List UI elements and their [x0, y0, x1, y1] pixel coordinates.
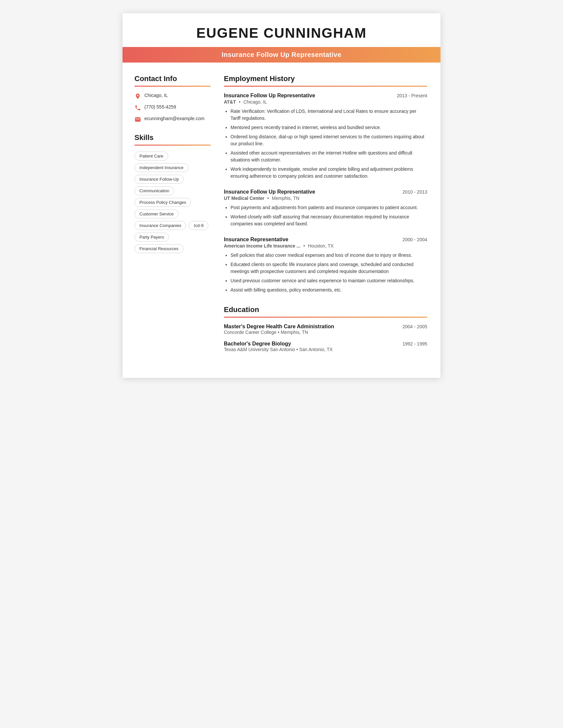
job-dates: 2010 - 2013 — [402, 189, 427, 195]
education-divider — [224, 317, 427, 318]
contact-section-title: Contact Info — [134, 74, 211, 83]
contact-location: Chicago, IL — [134, 93, 211, 100]
location-text: Chicago, IL — [144, 93, 168, 98]
skill-tag: Independent Insurance — [134, 163, 188, 172]
job-item: Insurance Follow Up Representative2010 -… — [224, 189, 427, 227]
job-position-title: Insurance Representative — [224, 237, 289, 243]
job-item: Insurance Representative2000 - 2004Ameri… — [224, 237, 427, 294]
job-meta: UT Medical Center • Memphis, TN — [224, 196, 427, 201]
skill-tags-container: Patient CareIndependent InsuranceInsuran… — [134, 152, 211, 253]
job-bullet: Worked closely with staff assuring that … — [230, 213, 427, 227]
edu-degree: Bachelor's Degree Biology — [224, 341, 291, 347]
contact-phone: (770) 555-4259 — [134, 104, 211, 111]
main-content: Employment History Insurance Follow Up R… — [224, 74, 427, 358]
education-section-title: Education — [224, 305, 427, 314]
skill-tag: Party Payers — [134, 233, 169, 242]
skills-section: Skills Patient CareIndependent Insurance… — [134, 133, 211, 253]
job-dates: 2000 - 2004 — [402, 237, 427, 242]
skills-divider — [134, 145, 211, 146]
employment-divider — [224, 86, 427, 87]
job-title: Insurance Follow Up Representative — [221, 51, 342, 58]
email-text: ecunningham@example.com — [144, 116, 205, 121]
job-bullet: Sell policies that also cover medical ex… — [230, 252, 427, 259]
job-bullet: Assisted other account representatives o… — [230, 150, 427, 163]
email-icon — [134, 116, 141, 123]
employment-section: Employment History Insurance Follow Up R… — [224, 74, 427, 294]
education-section: Education Master's Degree Health Care Ad… — [224, 305, 427, 352]
skill-tag: Communication — [134, 186, 174, 195]
job-title-bar: Insurance Follow Up Representative — [122, 47, 441, 63]
skill-tag: Financial Resources — [134, 244, 183, 253]
edu-degree: Master's Degree Health Care Administrati… — [224, 324, 334, 330]
skill-tag: Process Policy Changes — [134, 198, 191, 207]
employment-section-title: Employment History — [224, 74, 427, 83]
phone-text: (770) 555-4259 — [144, 104, 176, 110]
education-item: Master's Degree Health Care Administrati… — [224, 324, 427, 335]
skill-tag: Customer Service — [134, 209, 178, 218]
skill-tag: Patient Care — [134, 152, 168, 160]
edu-meta: Concorde Career College • Memphis, TN — [224, 330, 427, 335]
job-bullet: Assist with billing questions, policy en… — [230, 287, 427, 294]
job-bullet: Used previous customer service and sales… — [230, 277, 427, 284]
job-dates: 2013 - Present — [397, 93, 427, 98]
skills-section-title: Skills — [134, 133, 211, 142]
contact-email: ecunningham@example.com — [134, 116, 211, 123]
skill-tag: Icd-9 — [189, 221, 208, 230]
job-bullet: Mentored peers recently trained in inter… — [230, 124, 427, 131]
job-header: Insurance Representative2000 - 2004 — [224, 237, 427, 243]
edu-container: Master's Degree Health Care Administrati… — [224, 324, 427, 352]
edu-dates: 2004 - 2005 — [402, 324, 427, 329]
edu-header: Bachelor's Degree Biology1992 - 1995 — [224, 341, 427, 347]
location-icon — [134, 93, 141, 100]
skill-tag: Insurance Follow-Up — [134, 175, 184, 184]
contact-section: Contact Info Chicago, IL (770) 555-4259 — [134, 74, 211, 123]
contact-divider — [134, 86, 211, 87]
phone-icon — [134, 105, 141, 111]
job-meta: American Income Life Insurance ... • Hou… — [224, 243, 427, 249]
job-bullet: Educated clients on specific life insura… — [230, 261, 427, 275]
resume-header: EUGENE CUNNINGHAM — [122, 13, 441, 41]
edu-meta: Texas A&M University San Antonio • San A… — [224, 347, 427, 352]
edu-dates: 1992 - 1995 — [402, 341, 427, 346]
job-bullets: Rate Verification: Verification of LDS, … — [224, 108, 427, 180]
job-item: Insurance Follow Up Representative2013 -… — [224, 93, 427, 180]
job-position-title: Insurance Follow Up Representative — [224, 93, 315, 99]
job-bullets: Sell policies that also cover medical ex… — [224, 252, 427, 294]
job-header: Insurance Follow Up Representative2013 -… — [224, 93, 427, 99]
skill-tag: Insurance Companies — [134, 221, 186, 230]
job-position-title: Insurance Follow Up Representative — [224, 189, 315, 195]
candidate-name: EUGENE CUNNINGHAM — [136, 25, 427, 41]
resume-body: Contact Info Chicago, IL (770) 555-4259 — [122, 63, 441, 358]
sidebar: Contact Info Chicago, IL (770) 555-4259 — [134, 74, 211, 358]
job-bullet: Ordered long distance, dial-up or high s… — [230, 133, 427, 147]
jobs-container: Insurance Follow Up Representative2013 -… — [224, 93, 427, 294]
job-header: Insurance Follow Up Representative2010 -… — [224, 189, 427, 195]
education-item: Bachelor's Degree Biology1992 - 1995Texa… — [224, 341, 427, 352]
job-bullet: Work independently to investigate, resol… — [230, 166, 427, 180]
job-bullet: Post payments and adjustments from patie… — [230, 204, 427, 211]
resume-container: EUGENE CUNNINGHAM Insurance Follow Up Re… — [122, 13, 441, 378]
edu-header: Master's Degree Health Care Administrati… — [224, 324, 427, 330]
job-bullet: Rate Verification: Verification of LDS, … — [230, 108, 427, 122]
job-meta: AT&T • Chicago, IL — [224, 99, 427, 105]
job-bullets: Post payments and adjustments from patie… — [224, 204, 427, 227]
